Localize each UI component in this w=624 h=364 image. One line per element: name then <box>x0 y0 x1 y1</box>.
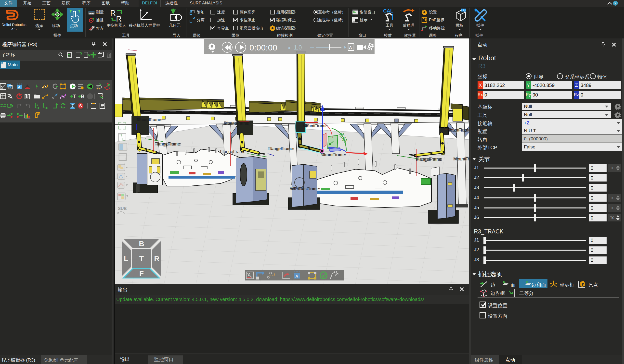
svg-text:R: R <box>110 9 116 17</box>
svg-text:B: B <box>139 240 144 248</box>
svg-text:MountFra: MountFra <box>454 157 469 161</box>
svg-text:FlangeFrame: FlangeFrame <box>156 142 181 146</box>
svg-text:FlangeFrame: FlangeFrame <box>417 157 442 162</box>
svg-text:MountFrame: MountFrame <box>303 123 328 128</box>
svg-text:MountFrame: MountFrame <box>138 117 162 122</box>
svg-text:MountFrame: MountFrame <box>225 121 249 126</box>
svg-text:A: A <box>18 85 21 89</box>
svg-text:T: T <box>73 93 76 99</box>
svg-text:SUB: SUB <box>118 206 127 211</box>
svg-text:CAL: CAL <box>383 8 393 13</box>
svg-text:MountFrame: MountFrame <box>447 128 469 133</box>
svg-text:A: A <box>349 46 352 50</box>
svg-text:S: S <box>101 94 103 98</box>
svg-text:R: R <box>116 14 122 23</box>
svg-text:T: T <box>139 254 144 263</box>
svg-text:MountFrame: MountFrame <box>322 152 346 157</box>
svg-text:M: M <box>1 62 3 65</box>
svg-text:F: F <box>139 269 144 277</box>
svg-text:FlangeFrame: FlangeFrame <box>269 146 294 151</box>
svg-text:R: R <box>154 254 159 263</box>
svg-text:L: L <box>124 254 128 263</box>
svg-text:FlangeFrame: FlangeFrame <box>220 149 246 154</box>
svg-text:WPaBasFrame: WPaBasFrame <box>291 186 320 191</box>
svg-text:B: B <box>81 93 84 99</box>
svg-text:S: S <box>79 104 82 108</box>
svg-text:A: A <box>295 274 298 279</box>
